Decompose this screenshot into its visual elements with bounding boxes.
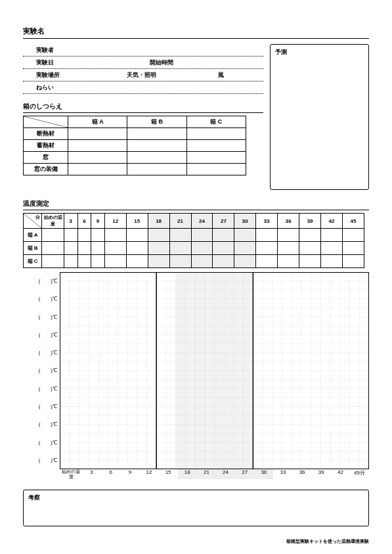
top-area: 実験者 実験日 開始時間 実験場所 天気・照明 風 ねらい 箱のしつらえ [23, 44, 369, 190]
setup-row-head: 蓄熱材 [24, 140, 68, 152]
chart-y-tick: ( )℃ [23, 361, 60, 379]
measure-cell[interactable] [126, 229, 148, 242]
measure-cell[interactable] [191, 229, 213, 242]
setup-cell[interactable] [186, 140, 246, 152]
measure-cell[interactable] [213, 255, 234, 268]
measure-cell[interactable] [234, 255, 256, 268]
measure-cell[interactable] [342, 255, 364, 268]
chart-x-tick: 30 [254, 469, 273, 479]
measure-cell[interactable] [169, 229, 191, 242]
measure-cell[interactable] [64, 255, 78, 268]
meta-experimenter-label: 実験者 [36, 46, 263, 55]
measure-cell[interactable] [321, 229, 343, 242]
measure-cell[interactable] [234, 229, 256, 242]
measure-cell[interactable] [91, 242, 105, 255]
measure-cell[interactable] [64, 229, 78, 242]
measure-cell[interactable] [321, 242, 343, 255]
measure-cell[interactable] [77, 229, 91, 242]
predict-box[interactable]: 予測 [270, 44, 369, 190]
measure-cell[interactable] [278, 255, 299, 268]
measure-time-head: 9 [91, 214, 105, 229]
chart-y-tick: ( )℃ [23, 290, 60, 308]
measure-table: 分 始めの温度 369121518212427303336394245 箱 A箱… [23, 213, 364, 268]
measure-cell[interactable] [299, 242, 321, 255]
measure-cell[interactable] [126, 242, 148, 255]
measure-cell[interactable] [77, 242, 91, 255]
measure-time-head: 39 [299, 214, 321, 229]
measure-cell[interactable] [342, 229, 364, 242]
meta-weather-label: 天気・照明 [127, 71, 217, 80]
measure-cell[interactable] [256, 255, 278, 268]
chart-x-tick: 18 [178, 469, 197, 479]
chart-area: ( )℃( )℃( )℃( )℃( )℃( )℃( )℃( )℃( )℃( )℃… [23, 272, 369, 469]
measure-cell[interactable] [321, 255, 343, 268]
measure-init-cell[interactable] [42, 229, 64, 242]
chart-x-tick: 33 [273, 469, 292, 479]
measure-time-head: 24 [191, 214, 213, 229]
measure-cell[interactable] [64, 242, 78, 255]
setup-col-c: 箱 C [186, 116, 246, 128]
measure-cell[interactable] [169, 255, 191, 268]
meta-wind-label: 風 [218, 71, 263, 80]
measure-cell[interactable] [169, 242, 191, 255]
setup-row-head: 窓の装備 [24, 164, 68, 175]
setup-cell[interactable] [186, 152, 246, 164]
setup-cell[interactable] [68, 152, 127, 164]
measure-cell[interactable] [91, 229, 105, 242]
measure-cell[interactable] [213, 229, 234, 242]
setup-cell[interactable] [186, 128, 246, 140]
setup-row-head: 断熱材 [24, 128, 68, 140]
measure-cell[interactable] [77, 255, 91, 268]
chart-x-tick: 9 [120, 469, 139, 479]
measure-time-head: 45 [342, 214, 364, 229]
measure-cell[interactable] [256, 242, 278, 255]
measure-cell[interactable] [148, 242, 169, 255]
chart-y-tick: ( )℃ [23, 398, 60, 415]
measure-cell[interactable] [104, 229, 126, 242]
measure-cell[interactable] [256, 229, 278, 242]
measure-cell[interactable] [342, 242, 364, 255]
measure-cell[interactable] [191, 255, 213, 268]
consider-label: 考察 [28, 494, 40, 501]
measure-cell[interactable] [278, 242, 299, 255]
measure-cell[interactable] [148, 229, 169, 242]
chart-y-tick: ( )℃ [23, 344, 60, 361]
chart-x-tick: 15 [159, 469, 178, 479]
chart-x-init-label: 始めの温度 [60, 469, 82, 479]
measure-cell[interactable] [299, 255, 321, 268]
measure-cell[interactable] [91, 255, 105, 268]
measure-cell[interactable] [191, 242, 213, 255]
measure-cell[interactable] [299, 229, 321, 242]
setup-cell[interactable] [127, 128, 186, 140]
measure-cell[interactable] [278, 229, 299, 242]
setup-cell[interactable] [127, 152, 186, 164]
measure-cell[interactable] [234, 242, 256, 255]
chart-x-tick: 36 [293, 469, 312, 479]
setup-col-a: 箱 A [68, 116, 127, 128]
setup-cell[interactable] [68, 128, 127, 140]
measure-time-head: 33 [256, 214, 278, 229]
setup-cell[interactable] [186, 164, 246, 175]
setup-cell[interactable] [127, 140, 186, 152]
measure-cell[interactable] [104, 242, 126, 255]
measure-init-cell[interactable] [42, 242, 64, 255]
chart-x-tick: 3 [82, 469, 101, 479]
chart-x-tick: 12 [139, 469, 158, 479]
consider-box[interactable]: 考察 [23, 490, 369, 526]
measure-cell[interactable] [126, 255, 148, 268]
setup-cell[interactable] [68, 140, 127, 152]
measure-cell[interactable] [213, 242, 234, 255]
measure-heading: 温度測定 [23, 199, 369, 210]
measure-cell[interactable] [104, 255, 126, 268]
setup-cell[interactable] [127, 164, 186, 175]
chart-y-tick: ( )℃ [23, 326, 60, 344]
measure-corner: 分 [24, 214, 42, 229]
setup-cell[interactable] [68, 164, 127, 175]
predict-label: 予測 [275, 49, 287, 55]
setup-heading: 箱のしつらえ [23, 102, 263, 113]
chart-x-tick: 24 [216, 469, 235, 479]
chart-xlabels: 始めの温度 369121518212427303336394245分 [60, 469, 369, 479]
measure-cell[interactable] [148, 255, 169, 268]
measure-init-cell[interactable] [42, 255, 64, 268]
chart-x-tick: 39 [312, 469, 331, 479]
